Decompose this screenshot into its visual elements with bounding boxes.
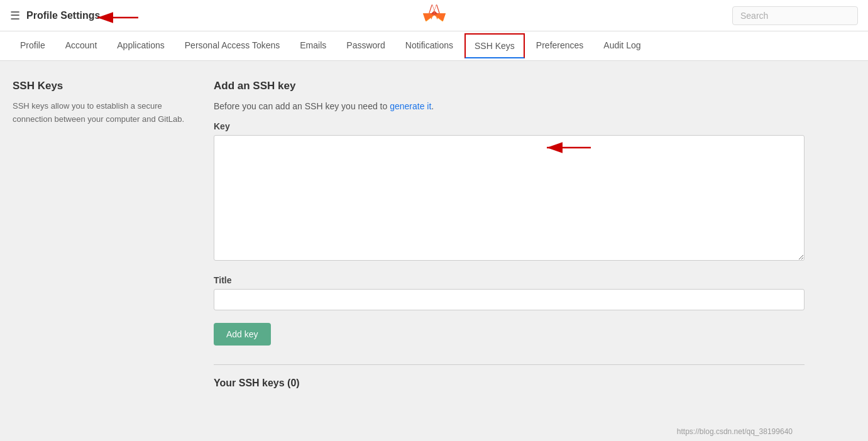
tab-applications[interactable]: Applications — [107, 31, 175, 60]
title-input[interactable] — [214, 289, 805, 310]
search-input[interactable] — [732, 6, 858, 25]
hamburger-icon[interactable]: ☰ — [10, 9, 20, 23]
form-section-title: Add an SSH key — [214, 80, 805, 92]
header-left: ☰ Profile Settings — [10, 9, 136, 23]
sidebar-info: SSH Keys SSH keys allow you to establish… — [13, 80, 189, 389]
form-area: Add an SSH key Before you can add an SSH… — [214, 80, 805, 389]
add-key-button[interactable]: Add key — [214, 323, 271, 346]
sidebar-title: SSH Keys — [13, 80, 189, 92]
watermark: https://blog.csdn.net/qq_38199640 — [677, 427, 793, 436]
key-textarea[interactable] — [214, 135, 805, 261]
tab-account[interactable]: Account — [55, 31, 107, 60]
sidebar-description: SSH keys allow you to establish a secure… — [13, 100, 189, 126]
nav-tabs: Profile Account Applications Personal Ac… — [0, 31, 868, 61]
header-search — [732, 6, 858, 25]
tab-profile[interactable]: Profile — [10, 31, 55, 60]
page-wrapper: ☰ Profile Settings Profile Accoun — [0, 0, 868, 441]
profile-settings-title: Profile Settings — [26, 10, 100, 21]
tab-preferences[interactable]: Preferences — [526, 31, 593, 60]
main-content: SSH Keys SSH keys allow you to establish… — [0, 61, 817, 408]
key-label: Key — [214, 121, 805, 131]
tab-password[interactable]: Password — [336, 31, 395, 60]
tab-audit-log[interactable]: Audit Log — [593, 31, 651, 60]
tab-emails[interactable]: Emails — [290, 31, 336, 60]
title-label: Title — [214, 275, 805, 285]
tab-ssh-keys[interactable]: SSH Keys — [464, 33, 525, 58]
your-ssh-keys-title: Your SSH keys (0) — [214, 364, 805, 389]
generate-it-link[interactable]: generate it — [390, 101, 431, 111]
gitlab-logo — [423, 3, 446, 28]
header: ☰ Profile Settings — [0, 0, 868, 31]
tab-notifications[interactable]: Notifications — [395, 31, 463, 60]
generate-text: Before you can add an SSH key you need t… — [214, 101, 805, 111]
tab-personal-access-tokens[interactable]: Personal Access Tokens — [175, 31, 290, 60]
